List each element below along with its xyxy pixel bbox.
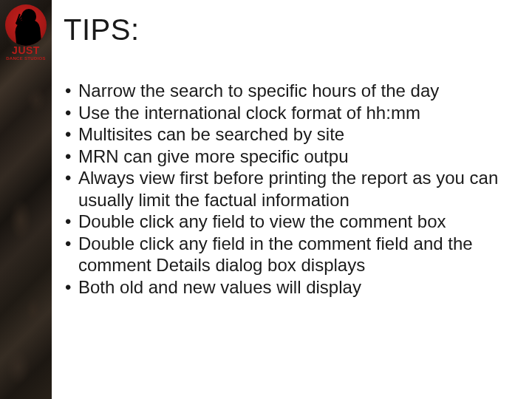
bullet-text: MRN can give more specific outpu [78, 146, 348, 166]
list-item: Use the international clock format of hh… [64, 102, 514, 124]
slide-body: Narrow the search to specific hours of t… [64, 80, 514, 298]
logo-text: JUST DANCE STUDIOS [5, 45, 47, 61]
bullet-text: Use the international clock format of hh… [78, 103, 420, 123]
list-item: Always view first before printing the re… [64, 167, 514, 211]
slide-title: TIPS: [64, 13, 140, 47]
list-item: Double click any field in the comment fi… [64, 233, 514, 276]
bullet-text: Double click any field in the comment fi… [78, 233, 473, 276]
list-item: Double click any field to view the comme… [64, 211, 514, 233]
bullet-text: Multisites can be searched by site [78, 124, 344, 144]
logo-text-line2: DANCE STUDIOS [5, 56, 47, 61]
list-item: Narrow the search to specific hours of t… [64, 80, 514, 102]
list-item: Both old and new values will display [64, 276, 514, 299]
bullet-text: Narrow the search to specific hours of t… [78, 81, 439, 100]
bullet-list: Narrow the search to specific hours of t… [64, 80, 514, 298]
list-item: MRN can give more specific outpu [64, 146, 514, 168]
bullet-text: Both old and new values will display [78, 277, 361, 297]
brand-logo: JUST DANCE STUDIOS [5, 4, 47, 61]
bullet-text: Double click any field to view the comme… [78, 211, 446, 231]
bullet-text: Always view first before printing the re… [78, 168, 498, 210]
logo-fan-icon [7, 15, 26, 34]
logo-text-line1: JUST [5, 45, 47, 55]
slide: JUST DANCE STUDIOS TIPS: Narrow the sear… [0, 0, 532, 399]
list-item: Multisites can be searched by site [64, 123, 514, 146]
